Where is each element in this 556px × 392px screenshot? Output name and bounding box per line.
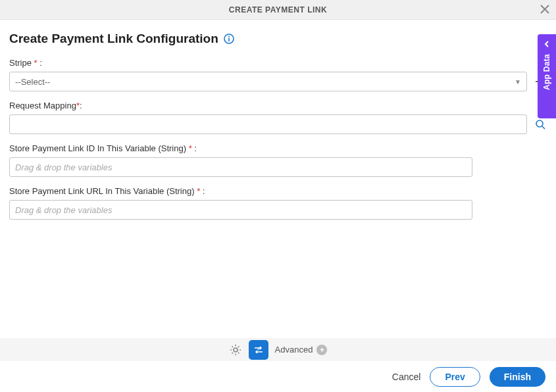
store-link-url-field: Store Payment Link URL In This Variable … [9, 186, 547, 220]
stripe-input-row: --Select-- ▼ [9, 72, 547, 91]
info-icon[interactable] [224, 34, 234, 44]
stripe-field: Stripe * : --Select-- ▼ [9, 58, 547, 91]
request-mapping-input-row [9, 114, 547, 134]
request-mapping-label-row: Request Mapping*: [9, 101, 547, 110]
store-link-url-label: Store Payment Link URL In This Variable … [9, 186, 195, 196]
prev-button[interactable]: Prev [430, 367, 480, 387]
label-colon: : [194, 143, 197, 153]
stripe-label-row: Stripe * : [9, 58, 547, 68]
page-title-row: Create Payment Link Configuration [9, 32, 547, 46]
lookup-icon[interactable] [534, 118, 547, 131]
finish-button[interactable]: Finish [490, 367, 545, 387]
required-star: * [34, 58, 38, 68]
close-icon[interactable] [540, 4, 549, 16]
store-link-url-label-row: Store Payment Link URL In This Variable … [9, 186, 547, 196]
chevron-down-icon: ▼ [515, 78, 521, 86]
svg-point-4 [234, 348, 238, 352]
svg-point-1 [228, 36, 230, 37]
store-link-id-field: Store Payment Link ID In This Variable (… [9, 143, 547, 177]
required-star: * [189, 143, 192, 153]
stripe-label: Stripe [9, 58, 32, 68]
svg-rect-2 [228, 38, 230, 42]
svg-point-3 [536, 120, 543, 127]
request-mapping-label: Request Mapping [9, 101, 76, 110]
advanced-label: Advanced [275, 345, 313, 355]
plus-circle-icon: + [316, 345, 327, 355]
content-area: Create Payment Link Configuration Stripe… [0, 20, 556, 220]
cancel-button[interactable]: Cancel [392, 372, 421, 382]
dialog-header: CREATE PAYMENT LINK [0, 0, 556, 20]
label-colon: : [203, 186, 205, 196]
footer-toolbar: $ Advanced + [0, 338, 556, 361]
store-link-id-label: Store Payment Link ID In This Variable (… [9, 143, 186, 153]
app-data-drawer-label: App Data [542, 54, 551, 90]
advanced-button[interactable]: Advanced + [275, 345, 328, 355]
store-link-url-input[interactable] [9, 200, 472, 220]
svg-text:$: $ [257, 347, 260, 351]
action-bar: Cancel Prev Finish [0, 361, 556, 392]
store-link-id-label-row: Store Payment Link ID In This Variable (… [9, 143, 547, 153]
request-mapping-field: Request Mapping*: [9, 101, 547, 134]
required-star: * [197, 186, 200, 196]
label-colon: : [80, 101, 82, 110]
store-link-id-input[interactable] [9, 157, 472, 177]
request-mapping-input[interactable] [9, 114, 527, 134]
chevron-left-icon [543, 38, 550, 50]
dialog-title: CREATE PAYMENT LINK [229, 5, 327, 14]
stripe-select-value: --Select-- [15, 77, 50, 87]
stripe-select[interactable]: --Select-- ▼ [9, 72, 527, 91]
label-colon: : [39, 58, 42, 68]
gear-icon[interactable] [229, 343, 242, 356]
transaction-icon[interactable]: $ [249, 340, 268, 360]
app-data-drawer[interactable]: App Data [538, 34, 556, 118]
page-title: Create Payment Link Configuration [9, 32, 218, 46]
